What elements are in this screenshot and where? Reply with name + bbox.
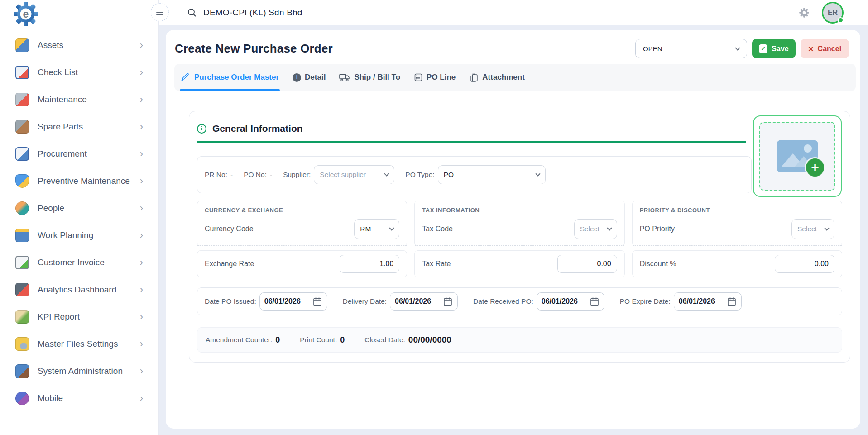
closed-date-field: Closed Date: 00/00/0000 bbox=[364, 335, 451, 345]
section-header: PRIORITY & DISCOUNT bbox=[640, 207, 834, 214]
company-search[interactable]: DEMO-CPI (KL) Sdn Bhd bbox=[187, 8, 302, 18]
po-type-value: PO bbox=[444, 171, 454, 179]
status-dropdown[interactable]: OPEN bbox=[635, 39, 747, 58]
sidebar-item-system-administration[interactable]: System Administration › bbox=[0, 358, 158, 385]
search-icon bbox=[187, 8, 197, 18]
po-type-label: PO Type: bbox=[405, 171, 434, 179]
customer-invoice-icon bbox=[15, 256, 29, 269]
online-status-dot bbox=[838, 17, 844, 23]
sidebar-item-master-files-settings[interactable]: Master Files Settings › bbox=[0, 330, 158, 358]
section-divider bbox=[197, 141, 746, 143]
sidebar-item-label: Work Planning bbox=[38, 230, 93, 240]
chevron-right-icon: › bbox=[140, 312, 143, 322]
procurement-icon bbox=[15, 147, 29, 161]
detail-sections: CURRENCY & EXCHANGE Currency Code RM bbox=[197, 201, 842, 277]
tax-rate-input[interactable] bbox=[557, 255, 617, 273]
sidebar-item-kpi-report[interactable]: KPI Report › bbox=[0, 303, 158, 330]
work-planning-icon bbox=[15, 229, 29, 242]
date-received-po-input[interactable]: 06/01/2026 bbox=[537, 292, 604, 311]
calendar-icon bbox=[590, 296, 599, 306]
po-priority-select[interactable]: Select bbox=[791, 219, 834, 239]
print-count-field: Print Count: 0 bbox=[300, 335, 345, 345]
currency-code-select[interactable]: RM bbox=[354, 219, 399, 239]
counters-row: Amendment Counter: 0 Print Count: 0 Clos… bbox=[197, 327, 842, 353]
chevron-right-icon: › bbox=[140, 203, 143, 213]
header-actions: OPEN ✓ Save × Cancel bbox=[635, 39, 849, 58]
tab-detail[interactable]: i Detail bbox=[293, 64, 326, 91]
tax-rate-label: Tax Rate bbox=[422, 260, 451, 268]
tab-label: Detail bbox=[305, 73, 326, 82]
tab-attachment[interactable]: Attachment bbox=[469, 64, 525, 91]
priority-discount-column: PRIORITY & DISCOUNT PO Priority Select bbox=[632, 201, 842, 277]
preventive-maintenance-icon bbox=[15, 174, 29, 188]
sidebar-item-label: System Administration bbox=[38, 366, 123, 376]
truck-icon bbox=[339, 73, 350, 82]
sidebar-item-customer-invoice[interactable]: Customer Invoice › bbox=[0, 249, 158, 276]
po-type-select[interactable]: PO bbox=[438, 165, 546, 184]
chevron-right-icon: › bbox=[140, 40, 143, 50]
discount-input[interactable] bbox=[775, 255, 834, 273]
settings-gear-icon[interactable] bbox=[798, 7, 810, 19]
tab-purchase-order-master[interactable]: Purchase Order Master bbox=[181, 64, 279, 91]
section-header: TAX INFORMATION bbox=[422, 207, 617, 214]
date-po-issued-input[interactable]: 06/01/2026 bbox=[259, 292, 327, 311]
currency-code-value: RM bbox=[360, 225, 371, 233]
tab-ship-bill-to[interactable]: Ship / Bill To bbox=[339, 64, 400, 91]
card-header: i General Information bbox=[197, 111, 842, 134]
date-received-po-label: Date Received PO: bbox=[473, 297, 533, 306]
spare-parts-icon bbox=[15, 120, 29, 134]
sidebar-item-mobile[interactable]: Mobile › bbox=[0, 385, 158, 412]
sidebar-item-procurement[interactable]: Procurement › bbox=[0, 140, 158, 167]
currency-exchange-column: CURRENCY & EXCHANGE Currency Code RM bbox=[197, 201, 407, 277]
supplier-placeholder: Select supplier bbox=[320, 171, 366, 179]
sidebar-item-analytics-dashboard[interactable]: Analytics Dashboard › bbox=[0, 276, 158, 303]
tax-code-select[interactable]: Select bbox=[574, 219, 617, 239]
sidebar-item-check-list[interactable]: Check List › bbox=[0, 59, 158, 86]
delivery-date-input[interactable]: 06/01/2026 bbox=[390, 292, 458, 311]
date-value: 06/01/2026 bbox=[679, 297, 715, 306]
sidebar-item-label: KPI Report bbox=[38, 312, 80, 322]
chevron-right-icon: › bbox=[140, 176, 143, 186]
sidebar-item-assets[interactable]: Assets › bbox=[0, 32, 158, 59]
supplier-select[interactable]: Select supplier bbox=[314, 165, 394, 184]
sidebar-item-label: People bbox=[38, 203, 64, 213]
sidebar-item-label: Procurement bbox=[38, 149, 87, 159]
chevron-right-icon: › bbox=[140, 393, 143, 403]
check-icon: ✓ bbox=[759, 44, 767, 53]
image-upload-inner: + bbox=[759, 122, 835, 191]
avatar-initials: ER bbox=[828, 9, 838, 17]
gear-e-logo-icon: e bbox=[13, 1, 39, 27]
print-count-value: 0 bbox=[340, 335, 345, 345]
po-expire-date-input[interactable]: 06/01/2026 bbox=[674, 292, 742, 311]
list-icon bbox=[414, 73, 423, 82]
kpi-icon bbox=[15, 310, 29, 324]
chevron-right-icon: › bbox=[140, 339, 143, 349]
date-value: 06/01/2026 bbox=[542, 297, 578, 306]
amendment-counter-value: 0 bbox=[275, 335, 280, 345]
add-image-plus-icon: + bbox=[805, 157, 825, 178]
user-avatar[interactable]: ER bbox=[822, 2, 844, 24]
cancel-button[interactable]: × Cancel bbox=[801, 39, 849, 58]
sidebar-toggle-button[interactable] bbox=[151, 3, 169, 21]
tab-po-line[interactable]: PO Line bbox=[414, 64, 456, 91]
sidebar-item-spare-parts[interactable]: Spare Parts › bbox=[0, 113, 158, 140]
sidebar-item-label: Analytics Dashboard bbox=[38, 285, 116, 295]
sidebar-item-people[interactable]: People › bbox=[0, 195, 158, 222]
chevron-right-icon: › bbox=[140, 366, 143, 376]
sidebar-item-label: Maintenance bbox=[38, 95, 87, 105]
save-button[interactable]: ✓ Save bbox=[752, 39, 796, 58]
general-information-card: i General Information + bbox=[189, 111, 850, 363]
chevron-right-icon: › bbox=[140, 122, 143, 132]
calendar-icon bbox=[312, 296, 322, 306]
image-upload-dropzone[interactable]: + bbox=[753, 115, 842, 197]
exchange-rate-input[interactable] bbox=[340, 255, 399, 273]
section-title: General Information bbox=[212, 123, 303, 134]
sidebar-item-maintenance[interactable]: Maintenance › bbox=[0, 86, 158, 113]
chevron-down-icon bbox=[824, 225, 829, 230]
chevron-down-icon bbox=[535, 171, 540, 176]
sidebar-item-work-planning[interactable]: Work Planning › bbox=[0, 222, 158, 249]
sidebar-item-preventive-maintenance[interactable]: Preventive Maintenance › bbox=[0, 167, 158, 195]
closed-date-label: Closed Date: bbox=[364, 336, 405, 344]
discount-label: Discount % bbox=[640, 260, 676, 268]
calendar-icon bbox=[727, 296, 737, 306]
